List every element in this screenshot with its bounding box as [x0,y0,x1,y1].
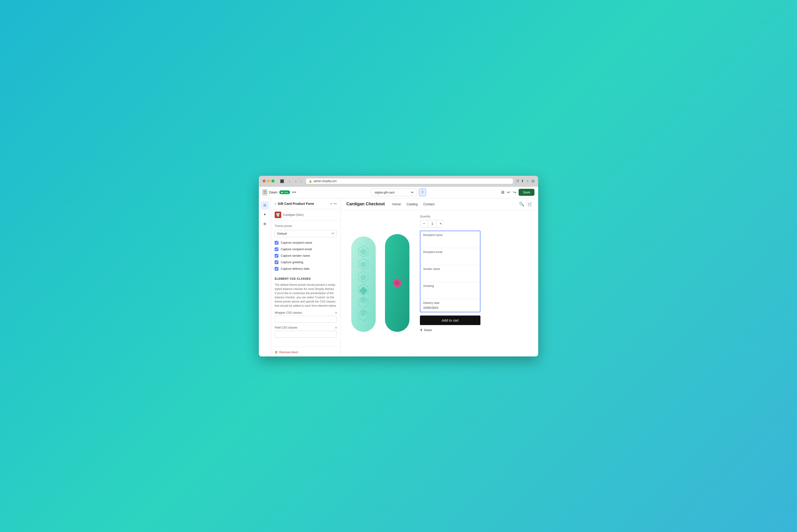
capture-sender-name-checkbox[interactable] [275,254,278,258]
preview-header: Cardigan Checkout Home Catalog Contact 🔍… [341,198,538,210]
recipient-email-input[interactable] [423,255,477,263]
tab-expand-icon[interactable]: ⌄ [287,179,292,184]
preview-content: Quantity − 1 + Recipient name [341,210,538,337]
capture-recipient-name-label: Capture recipient name [281,241,312,244]
theme-preset-section: Theme preset Default [271,221,341,241]
apps-icon[interactable]: ⊕ [261,220,269,228]
panel-more-icon[interactable]: ••• [333,202,337,206]
save-button[interactable]: Save [519,189,535,196]
cart-icon[interactable]: 🛒 [527,202,532,207]
sender-name-field: Sender name [420,265,480,282]
share-icon: ⬆ [420,328,422,332]
live-dot-icon [281,192,283,193]
grid-icon[interactable]: ⊞ [531,179,535,183]
app-name: Dawn [269,190,277,194]
theme-selector[interactable]: digital-gift-card [370,189,417,196]
product-form-area: Quantity − 1 + Recipient name [420,215,481,332]
theme-preset-label: Theme preset [275,224,337,228]
minimize-button[interactable] [267,179,270,183]
preview-area: Cardigan Checkout Home Catalog Contact 🔍… [341,198,538,357]
nav-home[interactable]: Home [392,202,401,206]
menu-icon[interactable]: ☰ [262,189,267,195]
element-css-title: ELEMENT CSS CLASSES [275,277,337,280]
app-bar-right: 🖥 ↩ ↪ Save [501,189,535,196]
app-bar: ☰ Dawn Live ••• digital-gift-card ⠿ 🖥 ↩ … [259,187,538,198]
capture-recipient-name-checkbox[interactable] [275,241,278,245]
capture-recipient-email-row: Capture recipient email [275,247,337,251]
app-bar-left: ☰ Dawn Live ••• [262,189,296,195]
sender-name-label: Sender name [423,267,477,271]
greeting-input[interactable] [423,289,477,297]
capture-sender-name-label: Capture sender name [281,254,310,258]
field-css-input[interactable] [275,331,337,338]
quantity-decrease-button[interactable]: − [420,220,428,227]
recipient-email-field: Recipient email [420,248,480,265]
theme-select[interactable]: digital-gift-card [374,190,414,194]
layers-icon[interactable]: ≡ [330,202,332,206]
customize-sections-icon[interactable]: ⠿ [419,189,426,196]
quantity-value: 1 [428,221,437,227]
recipient-email-label: Recipient email [423,250,477,254]
reload-icon[interactable]: ↺ [516,179,519,183]
sidebar-toggle-icon[interactable]: ⬛ [278,179,285,184]
browser-controls: ⬛ ⌄ ‹ › [278,179,303,184]
left-sidebar-icons: ⊞ ✦ ⊕ [259,198,271,357]
capture-greeting-label: Capture greeting [281,261,303,264]
quantity-label: Quantity [420,215,481,218]
sender-name-input[interactable] [423,272,477,280]
greeting-label: Greeting [423,284,477,288]
preview-nav: Home Catalog Contact [392,202,435,206]
field-css-icon: ≡ [335,326,337,329]
capture-delivery-date-label: Capture delivery date [281,267,310,270]
quantity-control: − 1 + [420,220,443,227]
undo-icon[interactable]: ↩ [507,190,510,195]
delivery-date-value: 10/05/2023 [423,306,477,309]
element-css-desc: The default theme preset should present … [275,283,337,308]
quantity-increase-button[interactable]: + [437,220,443,227]
app-bar-center: digital-gift-card ⠿ [299,189,498,196]
browser-window: ⬛ ⌄ ‹ › 🔒 admin.shopify.com ↺ ⬆ ＋ ⊞ ☰ Da… [259,176,538,357]
wrapper-css-input[interactable] [275,316,337,323]
nav-catalog[interactable]: Catalog [406,202,418,206]
greeting-field: Greeting [420,282,480,299]
url-bar[interactable]: 🔒 admin.shopify.com [306,178,513,184]
capture-recipient-name-row: Capture recipient name [275,241,337,245]
delivery-date-field: Delivery date 10/05/2023 [420,299,480,312]
panel-back-button[interactable]: ‹ [275,202,276,206]
wrapper-css-label: Wrapper CSS classes ≡ [275,311,337,315]
checkboxes-section: Capture recipient name Capture recipient… [271,241,341,277]
capture-sender-name-row: Capture sender name [275,254,337,258]
traffic-lights [262,179,274,183]
search-icon[interactable]: 🔍 [519,202,524,207]
capture-delivery-date-checkbox[interactable] [275,267,278,271]
capture-greeting-checkbox[interactable] [275,261,278,264]
settings-panel: ‹ Gift Card Product Form ≡ ••• 👕 Cardiga… [271,198,341,357]
trash-icon: 🗑 [275,350,278,354]
sections-icon[interactable]: ⊞ [261,201,269,209]
customize-icon[interactable]: ✦ [261,210,269,219]
forward-icon[interactable]: › [299,179,303,184]
close-button[interactable] [262,179,266,183]
desktop-preview-icon[interactable]: 🖥 [501,190,505,195]
capture-recipient-email-checkbox[interactable] [275,247,278,251]
redo-icon[interactable]: ↪ [513,190,516,195]
capture-recipient-email-label: Capture recipient email [281,247,312,251]
recipient-name-input[interactable] [423,238,477,246]
remove-block-button[interactable]: 🗑 Remove block [271,348,302,356]
snowboard-right-image [384,234,411,332]
url-text: admin.shopify.com [313,179,337,183]
add-to-cart-button[interactable]: Add to cart [420,316,481,325]
new-tab-icon[interactable]: ＋ [526,178,529,184]
recipient-name-label: Recipient name [423,233,477,237]
appbar-more-icon[interactable]: ••• [292,190,296,195]
live-badge: Live [279,190,290,194]
nav-contact[interactable]: Contact [423,202,435,206]
back-icon[interactable]: ‹ [294,179,298,184]
theme-preset-select[interactable]: Default [275,230,337,237]
share-label: Share [424,328,432,332]
share-button[interactable]: ⬆ Share [420,328,432,332]
product-images [345,215,411,332]
panel-title: Gift Card Product Form [278,202,328,206]
maximize-button[interactable] [271,179,274,183]
share-icon[interactable]: ⬆ [521,179,524,183]
